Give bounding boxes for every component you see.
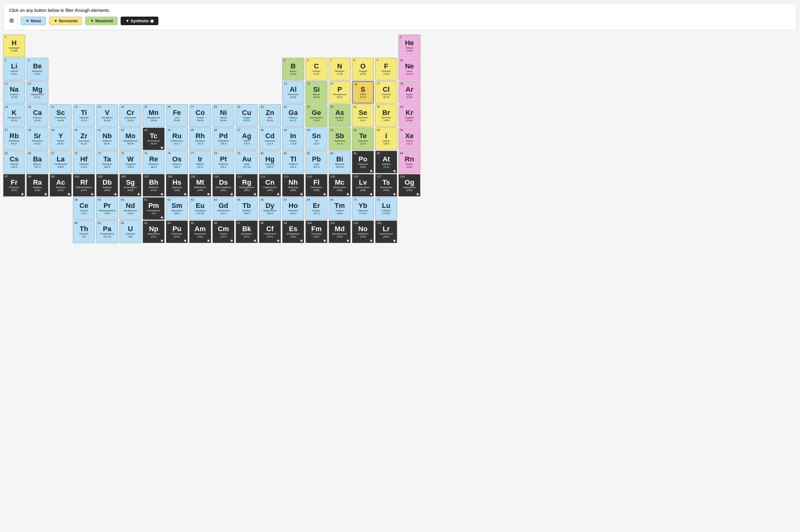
element-cs[interactable]: 55CsCesium132.9: [3, 151, 25, 173]
element-zn[interactable]: 30ZnZinc65.38: [259, 104, 281, 127]
element-eu[interactable]: 63EuEuropium152.00: [189, 197, 211, 220]
element-tc[interactable]: 43TcTechnetium98.00◉: [143, 128, 165, 150]
element-md[interactable]: 101MdMendelevium(258)◉: [329, 221, 351, 243]
element-hs[interactable]: 108HsHassium(269)◉: [166, 174, 188, 196]
element-ar[interactable]: 18ArArgon39.95: [398, 81, 421, 103]
element-ir[interactable]: 77IrIridium192.2: [189, 151, 211, 173]
element-al[interactable]: 13AlAluminum26.98: [282, 81, 304, 103]
element-ds[interactable]: 110DsDarmstadtium(281)◉: [212, 174, 235, 196]
element-mo[interactable]: 42MoMolybdenum95.95: [119, 128, 142, 150]
element-y[interactable]: 39YYttrium88.91: [50, 128, 72, 150]
element-lu[interactable]: 71LuLutetium175.00: [375, 197, 397, 220]
element-b[interactable]: 5BBoron10.81: [282, 58, 304, 80]
element-db[interactable]: 105DbDubrium(268)◉: [96, 174, 118, 196]
element-ac[interactable]: 89AcActinium(227)◉: [50, 174, 72, 196]
element-cm[interactable]: 96CmCurium(247)◉: [212, 221, 235, 243]
element-ba[interactable]: 56BaBarium137.3: [26, 151, 49, 173]
element-lr[interactable]: 103LrLawrencium(262)◉: [375, 221, 397, 243]
element-th[interactable]: 90ThThorium232: [73, 221, 95, 243]
element-i[interactable]: 53IIodine126.9: [375, 128, 397, 150]
element-am[interactable]: 95AmAmericium(243)◉: [189, 221, 211, 243]
element-nb[interactable]: 41NbNiobium92.91: [96, 128, 118, 150]
element-p[interactable]: 15PPhosphorus30.97: [329, 81, 351, 103]
element-fe[interactable]: 26FeIron55.85: [166, 104, 188, 127]
element-ca[interactable]: 20CaCalcium40.08: [26, 104, 49, 127]
element-be[interactable]: 4BeBeryllium9.012: [26, 58, 49, 80]
element-rn[interactable]: 86RnRadon(222): [398, 151, 421, 173]
element-tb[interactable]: 65TbTerbium158.9: [236, 197, 258, 220]
element-bk[interactable]: 97BkBerkelium(247)◉: [236, 221, 258, 243]
element-fr[interactable]: 87FrFrancium(223)◉: [3, 174, 25, 196]
element-zr[interactable]: 40ZrZirconium91.22: [73, 128, 95, 150]
element-yb[interactable]: 70YbYtterbium173.04: [352, 197, 374, 220]
element-pr[interactable]: 59PrPraseodymium140.9: [96, 197, 118, 220]
element-si[interactable]: 14SiSilicon28.09: [305, 81, 328, 103]
element-sc[interactable]: 21ScScandium44.96: [50, 104, 72, 127]
element-rf[interactable]: 104RfRutherfordium(267)◉: [73, 174, 95, 196]
element-bh[interactable]: 107BhBohrium(270)◉: [143, 174, 165, 196]
metal-filter-button[interactable]: ▼ Metal: [21, 17, 46, 25]
element-na[interactable]: 11NaSodium22.99: [3, 81, 25, 103]
element-pb[interactable]: 82PbLead207.2: [305, 151, 328, 173]
synthetic-filter-button[interactable]: ▼ Synthetic ◉: [120, 17, 159, 25]
element-ge[interactable]: 32GeGermanium72.63: [305, 104, 328, 127]
element-cd[interactable]: 48CdCadmium112.4: [259, 128, 281, 150]
element-li[interactable]: 3LiLithium6.941: [3, 58, 25, 80]
element-ga[interactable]: 31GaGallium69.72: [282, 104, 304, 127]
element-og[interactable]: 118OgOganesson(294)◉: [398, 174, 421, 196]
element-re[interactable]: 75ReRhenium186.2: [143, 151, 165, 173]
element-u[interactable]: 92UUranium238: [119, 221, 142, 243]
element-in[interactable]: 49InIndium114.8: [282, 128, 304, 150]
element-ra[interactable]: 88RaRadium(226)◉: [26, 174, 49, 196]
element-sr[interactable]: 38SrStrontium87.62: [26, 128, 49, 150]
element-pu[interactable]: 94PuPlutonium(244)◉: [166, 221, 188, 243]
element-br[interactable]: 35BrBromine79.90: [375, 104, 397, 127]
element-kr[interactable]: 36KrKrypton83.80: [398, 104, 421, 127]
element-nh[interactable]: 113NhNihonium(286)◉: [282, 174, 304, 196]
element-tm[interactable]: 69TmThulium168.9: [329, 197, 351, 220]
element-rh[interactable]: 45RhRhodium102.9: [189, 128, 211, 150]
element-ag[interactable]: 47AgSilver107.9: [236, 128, 258, 150]
element-mc[interactable]: 115McMoscovium(289)◉: [329, 174, 351, 196]
element-cl[interactable]: 17ClChlorine35.45: [375, 81, 397, 103]
element-he[interactable]: 2HeHelium4.003: [398, 35, 421, 57]
element-ta[interactable]: 73TaTantalum180.9: [96, 151, 118, 173]
element-tl[interactable]: 81TlThallium204.4: [282, 151, 304, 173]
element-au[interactable]: 79AuGold197.00: [236, 151, 258, 173]
nonmetal-filter-button[interactable]: ▼ Nonmetal: [49, 17, 82, 25]
element-gd[interactable]: 64GdGadolinium157.3: [212, 197, 235, 220]
element-sb[interactable]: 51SbAntimony121.8: [329, 128, 351, 150]
element-la[interactable]: 57LaLanthanum138.9: [50, 151, 72, 173]
element-hg[interactable]: 80HgMercury200.6: [259, 151, 281, 173]
element-cu[interactable]: 29CuCopper63.55: [236, 104, 258, 127]
element-cn[interactable]: 112CnCopernicium(285)◉: [259, 174, 281, 196]
element-w[interactable]: 74WTungsten183.8: [119, 151, 142, 173]
element-se[interactable]: 34SeSelenium78.97: [352, 104, 374, 127]
element-mn[interactable]: 25MnManganese54.94: [143, 104, 165, 127]
element-at[interactable]: 85AtAstatine(210)◉: [375, 151, 397, 173]
element-nd[interactable]: 60NdNeodymium144.2: [119, 197, 142, 220]
element-fl[interactable]: 114FlFlerovium(289)◉: [305, 174, 328, 196]
metalloid-filter-button[interactable]: ▼ Metalloid: [85, 17, 117, 25]
element-c[interactable]: 6CCarbon12.01: [305, 58, 328, 80]
element-os[interactable]: 76OsOsmium190.2: [166, 151, 188, 173]
element-te[interactable]: 52TeTellurium127.6: [352, 128, 374, 150]
element-sn[interactable]: 50SnTin118.7: [305, 128, 328, 150]
element-co[interactable]: 27CoCobalt58.93: [189, 104, 211, 127]
element-bi[interactable]: 83BiBismuth209.00: [329, 151, 351, 173]
element-rg[interactable]: 111RgRoentgenium(281)◉: [236, 174, 258, 196]
element-ho[interactable]: 67HoHolmium164.9: [282, 197, 304, 220]
element-k[interactable]: 19KPhosphorus39.10: [3, 104, 25, 127]
element-f[interactable]: 9FFluorine19.00: [375, 58, 397, 80]
element-s[interactable]: 16SSulfur32.07: [352, 81, 374, 103]
element-as[interactable]: 33AsArsenic74.92: [329, 104, 351, 127]
element-pm[interactable]: 61PmPromethium145◉: [143, 197, 165, 220]
element-pa[interactable]: 91PaProtactinium231.00: [96, 221, 118, 243]
element-n[interactable]: 7NNitrogen14.01: [329, 58, 351, 80]
element-ru[interactable]: 44RuRuthenium101.1: [166, 128, 188, 150]
element-hf[interactable]: 72HfHafnium178.5: [73, 151, 95, 173]
element-mg[interactable]: 12MgMagnesium24.31: [26, 81, 49, 103]
element-fm[interactable]: 100FmFermium(257)◉: [305, 221, 328, 243]
element-po[interactable]: 84PoPolonium(209)◉: [352, 151, 374, 173]
element-cf[interactable]: 98CfCalifornium(251)◉: [259, 221, 281, 243]
